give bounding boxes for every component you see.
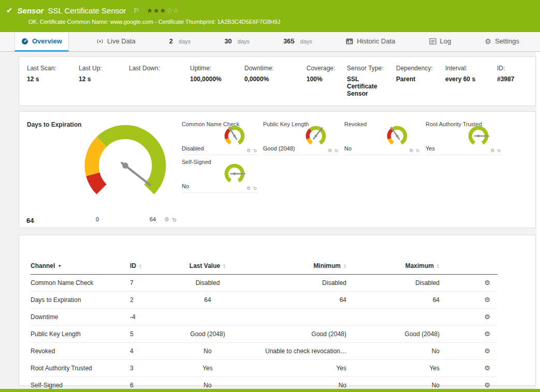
cell-channel: Downtime [31,309,130,326]
info-label: Downtime: [244,65,301,72]
column-header-channel[interactable]: Channel▼ [31,259,130,275]
cell-minimum: Disabled [254,275,346,292]
cell-id: 2 [130,292,161,309]
info-value: Parent [396,76,440,83]
table-row[interactable]: Days to Expiration 2 64 64 64 ⚙ [31,292,498,309]
gauge-pin-icon[interactable]: ⚲ [415,147,421,154]
star-filled-icon[interactable]: ★★★ [147,7,166,14]
column-header-id[interactable]: ID▲▼ [130,259,161,275]
channel-settings-gear-icon[interactable]: ⚙ [484,381,498,389]
info-dependency: Dependency: Parent [396,65,445,105]
tab-30-days[interactable]: 30 days [218,32,256,52]
column-label: Channel [31,262,55,269]
gauge-pin-icon[interactable]: ⚲ [252,185,258,191]
info-downtime: Downtime: 0,0000% [244,65,307,105]
info-label: Last Down: [129,65,185,72]
table-row[interactable]: Root Authority Trusted 3 Yes Yes Yes ⚙ [31,360,498,377]
cell-id: 3 [130,360,161,377]
channel-settings-gear-icon[interactable]: ⚙ [484,296,498,304]
cell-channel: Revoked [31,343,130,360]
info-value: 12 s [79,76,124,83]
cell-minimum: 64 [254,292,346,309]
tab-2-days[interactable]: 2 days [163,32,197,52]
tab-overview[interactable]: Overview [14,32,69,52]
flag-icon[interactable]: ⚐ [134,7,140,14]
gauge-pin-icon[interactable]: ⚲ [170,216,178,223]
gauge-gear-icon[interactable]: ⚙ [409,148,413,153]
column-header-minimum[interactable]: Minimum▲▼ [254,259,346,275]
gauge-gear-icon[interactable]: ⚙ [246,186,251,191]
live-data-broadcast-icon [96,38,104,45]
info-sensor-type: Sensor Type: SSL Certificate Sensor [347,65,396,105]
big-gauge-value: 64 [26,217,34,224]
gauge-pin-icon[interactable]: ⚲ [496,147,502,154]
column-label: Last Value [189,262,220,269]
small-gauge-value: Disabled [182,145,204,152]
channel-settings-gear-icon[interactable]: ⚙ [484,330,498,338]
small-gauge-self-signed: Self-Signed No ⚙ ⚲ [182,156,258,193]
info-label: Uptime: [190,65,239,72]
small-gauge-actions: ⚙ ⚲ [246,186,257,191]
priority-stars[interactable]: ★★★☆☆ [147,7,179,14]
info-label: Sensor Type: [347,65,391,72]
tab-historic-data[interactable]: Historic Data [340,32,401,52]
cell-minimum: Unable to check revocation… [254,343,346,360]
tab-days-word: days [179,38,191,44]
table-row[interactable]: Common Name Check 7 Disabled Disabled Di… [31,275,498,292]
gauge-pin-icon[interactable]: ⚲ [252,147,258,154]
tab-days-number: 365 [283,37,295,45]
gauge-pin-icon[interactable]: ⚲ [333,147,340,154]
table-row[interactable]: Revoked 4 No Unable to check revocation…… [31,343,498,360]
gauge-gear-icon[interactable]: ⚙ [328,148,332,153]
cell-last-value: No [161,343,254,360]
channel-settings-gear-icon[interactable]: ⚙ [484,364,498,372]
common-name-check-gauge [223,124,246,148]
info-last-down: Last Down: [129,65,190,105]
cell-id: 7 [130,275,161,292]
gauge-needle [120,161,152,188]
cell-last-value: Yes [161,360,254,377]
small-gauge-actions: ⚙ ⚲ [490,148,501,153]
sensor-header: ✔ Sensor SSL Certificate Sensor ⚐ ★★★☆☆ … [0,0,540,32]
channel-settings-gear-icon[interactable]: ⚙ [484,313,498,321]
info-uptime: Uptime: 100,0000% [190,65,244,105]
small-gauge-actions: ⚙ ⚲ [246,148,257,153]
object-kind-label: Sensor [18,6,44,15]
cell-maximum [346,309,440,326]
tab-settings[interactable]: ⚙ Settings [478,32,526,52]
channel-settings-gear-icon[interactable]: ⚙ [484,279,498,287]
gauge-gear-icon[interactable]: ⚙ [490,148,494,153]
table-row[interactable]: Public Key Length 5 Good (2048) Good (20… [31,326,498,343]
gauge-scale-max: 64 [150,216,156,222]
cell-last-value: Disabled [161,275,254,292]
overview-gauge-icon [21,38,28,45]
tab-days-number: 2 [169,37,173,45]
info-value: every 60 s [445,76,492,83]
info-value: #3987 [497,76,523,83]
info-label: ID: [497,65,523,72]
star-empty-icon[interactable]: ☆☆ [166,7,179,14]
footer-bar [0,389,540,392]
info-label: Interval: [445,65,492,72]
info-label: Last Up: [79,65,124,72]
channel-settings-gear-icon[interactable]: ⚙ [484,347,498,355]
table-row[interactable]: Downtime -4 ⚙ [31,309,498,326]
cell-channel: Public Key Length [31,326,130,343]
tab-label: Historic Data [357,37,395,45]
tab-live-data[interactable]: Live Data [90,32,142,52]
tab-log[interactable]: Log [423,32,458,52]
small-gauges-grid: Common Name Check Disabled ⚙ ⚲ Public Ke… [182,118,507,193]
column-header-last-value[interactable]: Last Value▲▼ [161,259,254,275]
tab-365-days[interactable]: 365 days [277,32,318,52]
cell-maximum: 64 [346,292,440,309]
gauge-gear-icon[interactable]: ⚙ [246,148,251,153]
column-header-maximum[interactable]: Maximum▲▼ [346,259,440,275]
status-ok-check-icon: ✔ [6,6,13,15]
gauge-gear-icon[interactable]: ⚙ [164,216,169,223]
cell-last-value: 64 [161,292,254,309]
sort-icon: ▲▼ [436,264,440,269]
tab-days-number: 30 [224,37,231,45]
cell-last-value [161,309,254,326]
tab-label: Overview [32,37,62,45]
column-header-settings [440,259,498,275]
